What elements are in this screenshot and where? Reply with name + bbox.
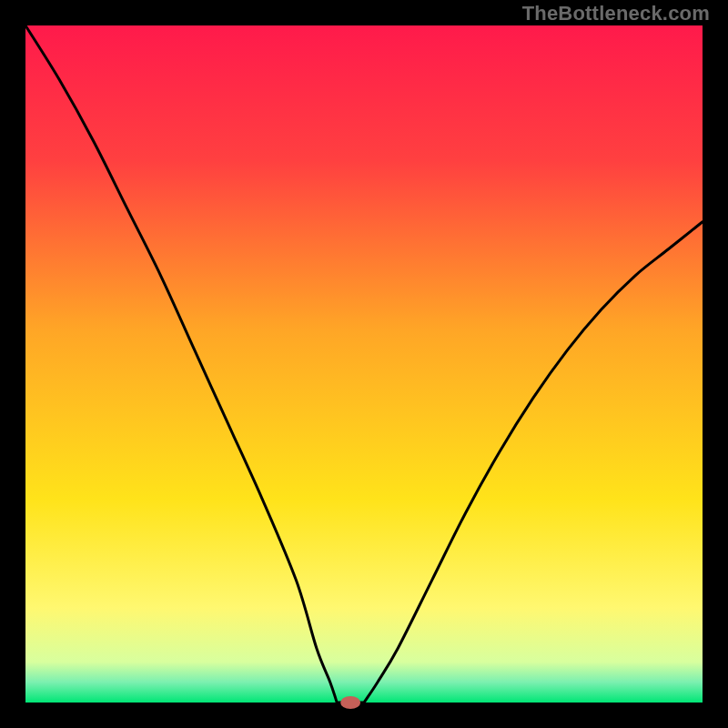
chart-frame: TheBottleneck.com: [0, 0, 728, 728]
optimal-marker: [340, 696, 360, 709]
gradient-plot-area: [25, 25, 703, 703]
bottleneck-chart: [0, 0, 728, 728]
watermark-text: TheBottleneck.com: [522, 2, 710, 25]
